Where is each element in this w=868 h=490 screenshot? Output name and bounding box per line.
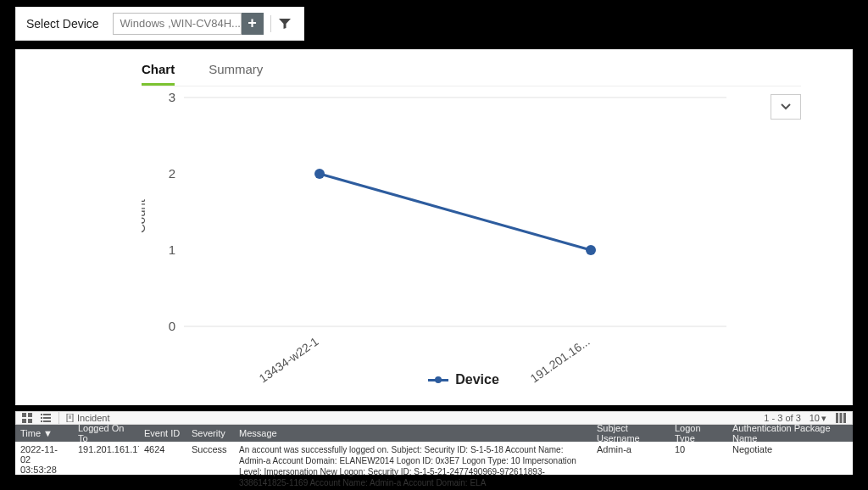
svg-rect-15 [843,413,846,423]
y-axis-label: Count [142,198,147,233]
page-size-select[interactable]: 10 ▾ [810,413,826,424]
legend-swatch [428,379,448,381]
filter-icon[interactable] [278,17,292,31]
y-tick: 2 [169,166,175,181]
device-select-value: Windows ,WIN-CV84H... [120,17,241,30]
device-selector-bar: Select Device Windows ,WIN-CV84H... + [15,7,304,41]
chart-svg: Count 3 2 1 0 13434-w22-1 191.201.16... [142,89,786,394]
chart-legend: Device [142,372,786,387]
cell-logged-on-to: 191.201.161.173 [73,442,139,457]
separator [58,412,59,424]
y-tick: 3 [169,90,175,104]
svg-rect-4 [41,414,42,415]
col-auth-package[interactable]: Authentication Package Name [727,425,853,442]
col-subject-username[interactable]: Subject Username [592,425,670,442]
svg-rect-5 [43,414,51,415]
cell-severity: Success [186,442,234,457]
select-device-label: Select Device [26,17,99,31]
cell-event-id: 4624 [139,442,186,457]
document-icon [66,414,75,422]
svg-rect-2 [22,419,26,423]
device-select-input[interactable]: Windows ,WIN-CV84H... [113,13,242,35]
table-header-row: Time▼ Logged On To Event ID Severity Mes… [15,425,853,442]
list-view-icon[interactable] [40,412,52,424]
settings-columns-icon[interactable] [835,412,847,424]
svg-rect-7 [43,417,51,419]
chart-panel: Chart Summary Count 3 2 1 0 13434-w22-1 … [15,49,853,405]
col-logon-type[interactable]: Logon Type [670,425,727,442]
pagination-range: 1 - 3 of 3 [764,413,800,423]
svg-rect-0 [22,413,26,417]
page-size-value: 10 [810,413,820,423]
col-event-id[interactable]: Event ID [139,425,186,442]
results-table-panel: Incident 1 - 3 of 3 10 ▾ Time▼ Logged On… [15,411,853,475]
table-toolbar: Incident 1 - 3 of 3 10 ▾ [15,411,853,425]
y-tick: 0 [169,319,175,333]
y-tick: 1 [169,242,175,257]
legend-label: Device [455,372,499,387]
cell-auth-package: Negotiate [727,442,853,457]
cell-message: An account was successfully logged on. S… [234,442,592,490]
svg-rect-13 [836,413,838,423]
data-point[interactable] [586,245,596,255]
svg-rect-8 [41,420,42,422]
separator [270,15,271,32]
table-row[interactable]: 2022-11-02 03:53:28 191.201.161.173 4624… [15,442,853,490]
data-point[interactable] [314,169,325,179]
tab-underline [142,86,801,86]
add-device-button[interactable]: + [242,13,264,35]
incident-button[interactable]: Incident [66,413,110,423]
cell-subject-username: Admin-a [592,442,670,457]
svg-rect-1 [28,413,32,417]
series-line [320,174,591,250]
svg-rect-14 [840,413,843,423]
grid-view-icon[interactable] [21,412,33,424]
caret-down-icon: ▾ [821,413,826,424]
tab-chart[interactable]: Chart [142,62,175,86]
sort-desc-icon: ▼ [43,428,53,438]
cell-time: 2022-11-02 03:53:28 [15,442,73,477]
svg-rect-9 [43,420,51,422]
svg-rect-3 [28,419,32,423]
panel-tabs: Chart Summary [16,50,852,86]
chart-area: Count 3 2 1 0 13434-w22-1 191.201.16... … [142,89,786,394]
tab-summary[interactable]: Summary [209,62,263,86]
incident-label-text: Incident [77,413,110,423]
col-time[interactable]: Time▼ [15,425,73,442]
col-logged-on-to[interactable]: Logged On To [73,425,139,442]
col-severity[interactable]: Severity [186,425,234,442]
col-message[interactable]: Message [234,425,592,442]
cell-logon-type: 10 [670,442,727,457]
svg-rect-6 [41,417,42,419]
